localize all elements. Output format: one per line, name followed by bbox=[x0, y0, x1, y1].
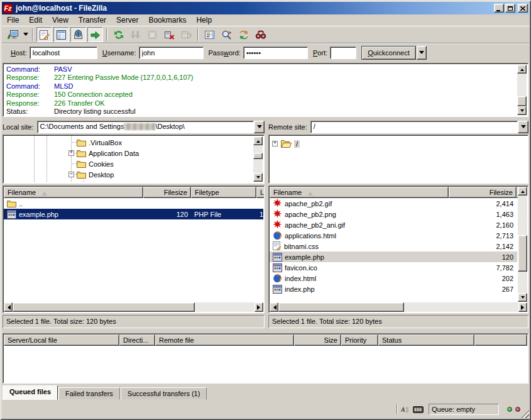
expand-icon[interactable]: + bbox=[68, 150, 74, 156]
local-tree-scroll-up[interactable] bbox=[253, 136, 263, 145]
remote-vscrollbar[interactable] bbox=[518, 187, 527, 302]
password-input[interactable] bbox=[243, 47, 308, 59]
file-row[interactable]: apache_pb2_ani.gif2,160 bbox=[270, 219, 517, 230]
remote-path-dropdown[interactable] bbox=[518, 121, 528, 133]
menu-item-help[interactable]: Help bbox=[191, 14, 217, 26]
remote-site-combobox[interactable]: / bbox=[310, 121, 528, 133]
file-name: index.html bbox=[285, 275, 316, 282]
filezilla-app-icon[interactable]: Fz bbox=[3, 4, 13, 13]
column-header-server-local-file[interactable]: Server/Local file bbox=[4, 334, 119, 346]
port-input[interactable] bbox=[330, 47, 356, 59]
local-hscroll-left[interactable] bbox=[4, 302, 13, 312]
maximize-button[interactable] bbox=[505, 4, 515, 13]
column-header-directi-[interactable]: Directi... bbox=[119, 334, 155, 346]
local-hscroll-right[interactable] bbox=[255, 302, 263, 312]
remote-scroll-thumb[interactable] bbox=[518, 235, 527, 272]
tree-item-application-data[interactable]: Application Data bbox=[77, 148, 139, 158]
remote-hscroll-left[interactable] bbox=[270, 302, 278, 312]
remote-scroll-down[interactable] bbox=[518, 293, 527, 302]
expand-icon[interactable]: + bbox=[272, 141, 278, 146]
column-header-remote-file[interactable]: Remote file bbox=[155, 334, 294, 346]
disconnect-button[interactable] bbox=[161, 27, 177, 42]
log-scroll-up[interactable] bbox=[517, 65, 527, 74]
reconnect-button[interactable] bbox=[178, 27, 194, 42]
file-row[interactable]: index.php267 bbox=[270, 284, 517, 294]
toggle-local-tree-button[interactable] bbox=[53, 27, 69, 42]
queue-body bbox=[4, 346, 527, 382]
toggle-queue-button[interactable] bbox=[87, 27, 103, 42]
collapse-icon[interactable]: − bbox=[68, 172, 74, 177]
remote-hscroll-thumb[interactable] bbox=[278, 302, 404, 312]
file-row[interactable]: .. bbox=[4, 198, 263, 209]
file-row[interactable]: example.php120 bbox=[270, 251, 517, 262]
local-path-dropdown[interactable] bbox=[254, 121, 265, 133]
ascii-data-type-icon[interactable]: A bbox=[401, 406, 409, 414]
menu-item-file[interactable]: File bbox=[2, 14, 24, 26]
close-button[interactable] bbox=[518, 4, 528, 13]
tree-item--virtualbox[interactable]: .VirtualBox bbox=[77, 137, 122, 148]
column-header-filesize[interactable]: Filesize bbox=[449, 187, 517, 198]
filter-button[interactable] bbox=[202, 27, 217, 42]
remote-hscrollbar[interactable] bbox=[270, 302, 527, 312]
tree-item-cookies[interactable]: Cookies bbox=[77, 158, 114, 169]
menu-item-view[interactable]: View bbox=[47, 14, 74, 26]
tab-queued-files[interactable]: Queued files bbox=[3, 385, 58, 400]
column-header-filesize[interactable]: Filesize bbox=[143, 187, 191, 198]
menu-item-server[interactable]: Server bbox=[111, 14, 143, 26]
minimize-button[interactable] bbox=[494, 4, 504, 13]
quickconnect-button[interactable]: Quickconnect bbox=[361, 46, 416, 60]
local-tree-scroll-thumb[interactable] bbox=[253, 153, 263, 159]
menu-bar: FileEditViewTransferServerBookmarksHelp bbox=[2, 14, 529, 26]
log-scrollbar[interactable] bbox=[517, 65, 527, 115]
column-header-size[interactable]: Size bbox=[294, 334, 341, 346]
tree-item-root[interactable]: / bbox=[281, 138, 300, 149]
find-files-button[interactable] bbox=[253, 27, 268, 42]
host-input[interactable] bbox=[30, 47, 97, 59]
speed-limit-icon[interactable] bbox=[413, 406, 424, 413]
column-header-priority[interactable]: Priority bbox=[341, 334, 378, 346]
tab-successful-transfers-1-[interactable]: Successful transfers (1) bbox=[121, 387, 207, 400]
remote-hscroll-right[interactable] bbox=[518, 302, 527, 312]
tab-failed-transfers[interactable]: Failed transfers bbox=[58, 387, 120, 400]
local-tree-scrollbar[interactable] bbox=[253, 136, 263, 182]
tree-item-desktop[interactable]: Desktop bbox=[77, 169, 114, 180]
folder-icon bbox=[77, 170, 86, 179]
column-header-status[interactable]: Status bbox=[378, 334, 474, 346]
menu-item-transfer[interactable]: Transfer bbox=[74, 14, 111, 26]
file-row[interactable]: bitnami.css2,142 bbox=[270, 241, 517, 251]
sync-browse-button[interactable] bbox=[236, 27, 251, 42]
compare-button[interactable] bbox=[219, 27, 234, 42]
toggle-log-button[interactable] bbox=[36, 27, 52, 42]
process-queue-button[interactable] bbox=[128, 27, 143, 42]
column-header-filetype[interactable]: Filetype bbox=[191, 187, 256, 198]
username-input[interactable] bbox=[139, 47, 204, 59]
menu-item-edit[interactable]: Edit bbox=[24, 14, 47, 26]
log-scroll-down[interactable] bbox=[517, 106, 527, 115]
site-manager-button[interactable] bbox=[5, 27, 21, 42]
local-hscrollbar[interactable] bbox=[4, 302, 263, 312]
tree-item-label: / bbox=[294, 140, 300, 148]
column-header-filename[interactable]: Filename bbox=[270, 187, 449, 198]
file-row[interactable]: apache_pb2.png1,463 bbox=[270, 209, 517, 219]
refresh-button[interactable] bbox=[111, 27, 126, 42]
site-manager-dropdown[interactable] bbox=[21, 27, 30, 42]
toggle-remote-tree-button[interactable] bbox=[70, 27, 86, 42]
filter-icon bbox=[204, 30, 215, 40]
column-header-filename[interactable]: Filename bbox=[4, 187, 143, 198]
file-name: favicon.ico bbox=[285, 264, 317, 272]
column-header-l[interactable]: L bbox=[256, 187, 265, 198]
svg-text:A: A bbox=[401, 406, 405, 413]
file-row[interactable]: apache_pb2.gif2,414 bbox=[270, 198, 517, 209]
quickconnect-dropdown[interactable] bbox=[417, 46, 427, 60]
local-tree-scroll-down[interactable] bbox=[253, 173, 263, 182]
file-row[interactable]: index.html202 bbox=[270, 273, 517, 284]
local-site-combobox[interactable]: C:\Documents and Settings\Desktop\ bbox=[37, 121, 265, 133]
file-row[interactable]: favicon.ico7,782 bbox=[270, 262, 517, 273]
local-hscroll-thumb[interactable] bbox=[13, 302, 195, 312]
file-row[interactable]: example.php120PHP File1 bbox=[4, 209, 263, 219]
remote-scroll-up[interactable] bbox=[518, 187, 527, 196]
file-row[interactable]: applications.html2,713 bbox=[270, 230, 517, 241]
menu-item-bookmarks[interactable]: Bookmarks bbox=[143, 14, 191, 26]
log-scroll-thumb[interactable] bbox=[517, 96, 527, 106]
cancel-button[interactable] bbox=[145, 27, 160, 42]
